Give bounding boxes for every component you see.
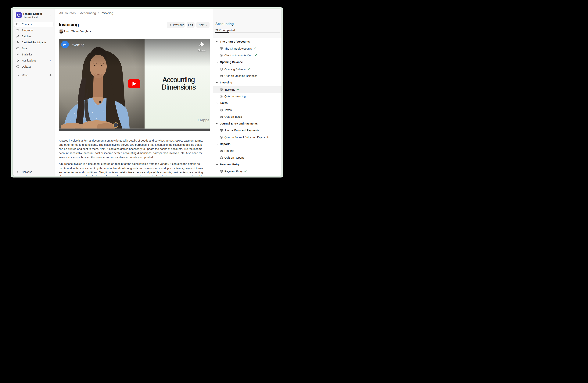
- svg-text:Accounting: Accounting: [163, 76, 195, 84]
- svg-text:Dimensions: Dimensions: [162, 83, 196, 91]
- svg-text:Invoicing: Invoicing: [70, 43, 84, 47]
- svg-text:Frappe: Frappe: [198, 118, 209, 122]
- svg-text:Share: Share: [198, 49, 206, 52]
